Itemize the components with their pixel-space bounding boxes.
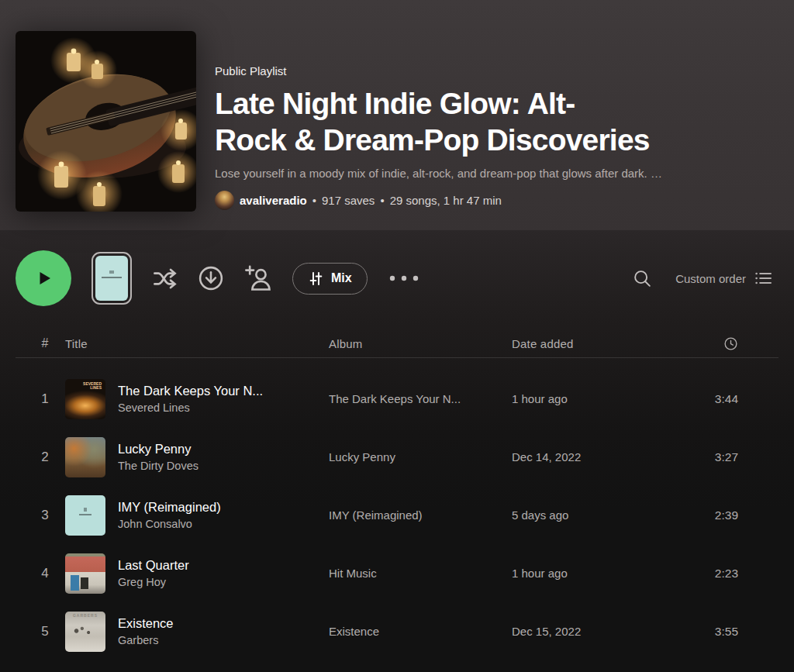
track-cover-text: GARBERS xyxy=(65,614,105,619)
meta-separator: • xyxy=(312,194,316,207)
track-duration: 2:39 xyxy=(664,508,738,522)
track-artist[interactable]: The Dirty Doves xyxy=(118,460,198,472)
playlist-description: Lose yourself in a moody mix of indie, a… xyxy=(215,167,772,180)
track-title[interactable]: IMY (Reimagined) xyxy=(118,500,221,515)
track-table: # Title Album Date added 1 SEVERED LINES… xyxy=(0,329,794,660)
track-album[interactable]: Hit Music xyxy=(329,567,512,580)
track-cover-text: SEVERED LINES xyxy=(83,382,102,391)
track-artist[interactable]: John Consalvo xyxy=(118,518,221,530)
track-duration: 2:23 xyxy=(664,567,738,581)
search-icon xyxy=(633,269,652,288)
track-text: The Dark Keeps Your N... Severed Lines xyxy=(118,384,263,414)
playlist-title: Late Night Indie Glow: Alt- Rock & Dream… xyxy=(215,85,772,159)
playlist-meta-row: avaliveradio • 917 saves • 29 songs, 1 h… xyxy=(215,191,772,210)
sliders-icon xyxy=(308,271,324,287)
meta-separator: • xyxy=(380,194,384,207)
track-date-added: 5 days ago xyxy=(512,508,664,522)
mix-button-label: Mix xyxy=(331,271,352,285)
playlist-length: 29 songs, 1 hr 47 min xyxy=(390,194,502,207)
track-date-added: Dec 14, 2022 xyxy=(512,450,664,464)
track-date-added: 1 hour ago xyxy=(512,567,664,580)
track-text: Lucky Penny The Dirty Doves xyxy=(118,442,198,472)
column-header-index[interactable]: # xyxy=(25,336,65,350)
clock-icon xyxy=(723,336,738,351)
track-cover xyxy=(65,553,105,594)
play-button[interactable] xyxy=(16,250,71,306)
table-header-row: # Title Album Date added xyxy=(0,329,794,357)
playlist-body: Mix Custom order xyxy=(0,230,794,672)
track-album[interactable]: The Dark Keeps Your N... xyxy=(329,392,512,405)
track-row[interactable]: 5 GARBERS Existence Garbers Existence De… xyxy=(0,602,794,660)
download-icon xyxy=(198,265,224,291)
column-header-duration[interactable] xyxy=(664,336,738,351)
track-text: IMY (Reimagined) John Consalvo xyxy=(118,500,221,530)
invite-collaborators-button[interactable] xyxy=(244,264,272,292)
download-button[interactable] xyxy=(198,265,224,291)
track-cover xyxy=(65,495,105,536)
sort-order-control[interactable]: Custom order xyxy=(675,269,772,288)
guitar-candles-art xyxy=(16,31,196,212)
track-text: Last Quarter Greg Hoy xyxy=(118,558,189,588)
track-row[interactable]: 3 IMY (Reimagined) John Consalvo IMY (Re… xyxy=(0,486,794,544)
track-duration: 3:27 xyxy=(664,450,738,464)
more-options-button[interactable] xyxy=(388,274,420,283)
playlist-title-line1: Late Night Indie Glow: Alt- xyxy=(215,85,772,122)
track-number: 3 xyxy=(25,508,65,523)
track-title[interactable]: Lucky Penny xyxy=(118,442,198,457)
track-number: 1 xyxy=(25,391,65,407)
owner-name[interactable]: avaliveradio xyxy=(240,194,307,207)
track-date-added: 1 hour ago xyxy=(512,392,664,405)
shuffle-icon xyxy=(152,266,178,291)
track-title[interactable]: The Dark Keeps Your N... xyxy=(118,384,263,398)
now-playing-device-thumbnail[interactable] xyxy=(91,252,132,305)
search-in-playlist-button[interactable] xyxy=(633,269,652,288)
track-cover: GARBERS xyxy=(65,612,105,652)
device-album-art xyxy=(95,256,128,301)
add-person-icon xyxy=(244,264,272,292)
mix-button[interactable]: Mix xyxy=(292,263,368,295)
track-row[interactable]: 4 Last Quarter Greg Hoy Hit Music 1 hour… xyxy=(0,544,794,602)
owner-avatar[interactable] xyxy=(215,191,234,210)
track-album[interactable]: Lucky Penny xyxy=(329,450,512,464)
playlist-title-line2: Rock & Dream-Pop Discoveries xyxy=(215,122,772,159)
track-cover xyxy=(65,437,105,477)
track-album[interactable]: Existence xyxy=(329,625,512,638)
track-number: 5 xyxy=(25,624,65,639)
column-header-album[interactable]: Album xyxy=(329,337,512,350)
track-artist[interactable]: Garbers xyxy=(118,634,174,646)
track-row[interactable]: 2 Lucky Penny The Dirty Doves Lucky Penn… xyxy=(0,428,794,486)
playlist-header: Public Playlist Late Night Indie Glow: A… xyxy=(0,0,794,230)
sort-order-label: Custom order xyxy=(675,272,746,285)
shuffle-button[interactable] xyxy=(152,266,178,291)
controls-bar: Mix Custom order xyxy=(0,230,794,306)
play-icon xyxy=(33,267,54,289)
list-view-icon xyxy=(754,269,772,288)
track-number: 4 xyxy=(25,566,65,581)
track-cover: SEVERED LINES xyxy=(65,379,105,419)
track-title[interactable]: Last Quarter xyxy=(118,558,189,573)
column-header-title[interactable]: Title xyxy=(65,337,329,350)
track-album[interactable]: IMY (Reimagined) xyxy=(329,508,512,522)
track-list: 1 SEVERED LINES The Dark Keeps Your N...… xyxy=(0,370,794,660)
column-header-date-added[interactable]: Date added xyxy=(512,337,664,350)
table-divider xyxy=(16,357,778,358)
track-title[interactable]: Existence xyxy=(118,616,174,631)
track-artist[interactable]: Severed Lines xyxy=(118,401,263,414)
playlist-type-label: Public Playlist xyxy=(215,64,772,78)
saves-count: 917 saves xyxy=(322,194,375,207)
ellipsis-icon xyxy=(388,274,420,283)
track-date-added: Dec 15, 2022 xyxy=(512,625,664,638)
track-text: Existence Garbers xyxy=(118,616,174,646)
playlist-cover-art[interactable] xyxy=(16,31,196,212)
track-duration: 3:44 xyxy=(664,392,738,406)
track-row[interactable]: 1 SEVERED LINES The Dark Keeps Your N...… xyxy=(0,370,794,428)
track-number: 2 xyxy=(25,450,65,465)
track-duration: 3:55 xyxy=(664,625,738,639)
track-artist[interactable]: Greg Hoy xyxy=(118,576,189,588)
